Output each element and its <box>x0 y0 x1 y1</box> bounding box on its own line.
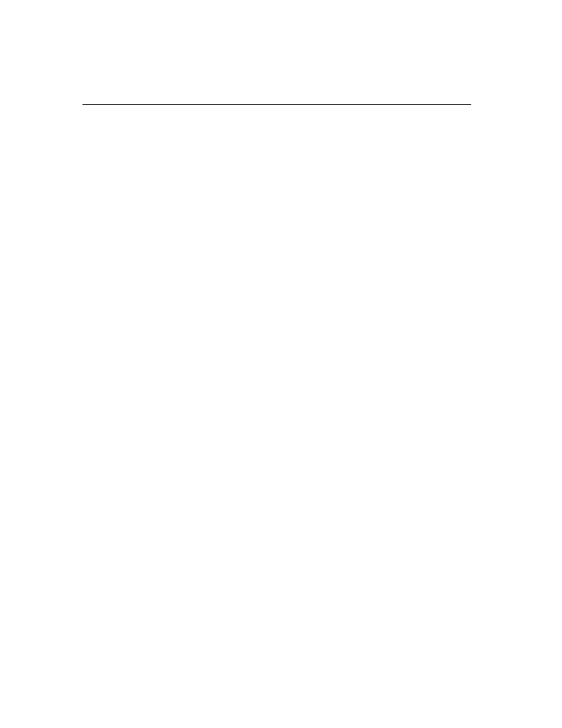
horizontal-rule <box>82 104 471 105</box>
page-container <box>0 0 562 728</box>
